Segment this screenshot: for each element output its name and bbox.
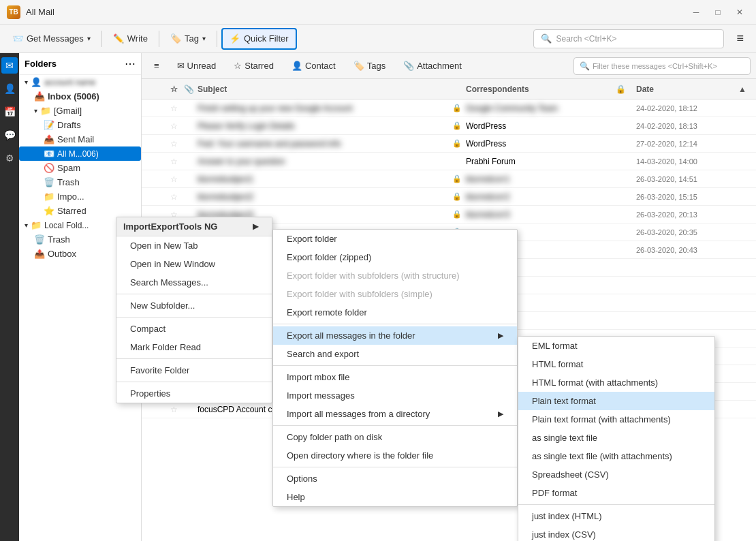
properties-item[interactable]: Properties bbox=[116, 384, 272, 403]
row-star[interactable]: ☆ bbox=[170, 104, 184, 113]
row-star[interactable]: ☆ bbox=[170, 139, 184, 149]
write-icon: ✏️ bbox=[113, 33, 124, 44]
attachment-icon: 📎 bbox=[403, 61, 414, 71]
mark-folder-read-item[interactable]: Mark Folder Read bbox=[116, 338, 272, 356]
row-star[interactable]: ☆ bbox=[170, 192, 184, 202]
starred-filter-button[interactable]: ☆ Starred bbox=[227, 57, 281, 76]
folder-item-sent[interactable]: 📤 Sent Mail bbox=[19, 132, 141, 146]
folder-item-inbox[interactable]: 📥 Inbox (5006) bbox=[19, 89, 141, 104]
search-export-item[interactable]: Search and export bbox=[273, 345, 517, 363]
tasks-icon-btn[interactable]: 💬 bbox=[1, 127, 18, 143]
col-sort-arrow: ▲ bbox=[738, 84, 752, 94]
favorite-folder-item[interactable]: Favorite Folder bbox=[116, 361, 272, 380]
get-messages-button[interactable]: 📨 Get Messages ▾ bbox=[5, 28, 97, 50]
export-all-messages-item[interactable]: Export all messages in the folder ▶ bbox=[273, 326, 517, 345]
chat-icon-btn[interactable]: ⚙ bbox=[1, 150, 18, 166]
compact-item[interactable]: Compact bbox=[116, 320, 272, 338]
contact-filter-button[interactable]: 👤 Contact bbox=[285, 57, 343, 76]
col-correspondent-header[interactable]: Correspondents bbox=[466, 84, 616, 94]
import-all-dir-item[interactable]: Import all messages from a directory ▶ bbox=[273, 405, 517, 423]
export-with-sub-simple-item: Export folder with subfolders (simple) bbox=[273, 285, 517, 303]
import-mbox-item[interactable]: Import mbox file bbox=[273, 368, 517, 386]
row-icon: 🔒 bbox=[452, 121, 466, 130]
just-index-csv-item[interactable]: just index (CSV) bbox=[518, 525, 714, 541]
row-correspondent: WordPress bbox=[466, 139, 616, 149]
open-new-window-item[interactable]: Open in New Window bbox=[116, 255, 272, 273]
import-all-dir-arrow-icon: ▶ bbox=[498, 409, 503, 418]
attachment-filter-button[interactable]: 📎 Attachment bbox=[396, 57, 469, 76]
row-star[interactable]: ☆ bbox=[170, 405, 184, 414]
context-menu-header: ImportExportTools NG ▶ bbox=[116, 217, 272, 236]
maximize-button[interactable]: □ bbox=[708, 3, 727, 22]
folder-item-spam[interactable]: 🚫 Spam bbox=[19, 161, 141, 175]
just-index-html-item[interactable]: just index (HTML) bbox=[518, 507, 714, 525]
open-dir-item[interactable]: Open directory where is the folder file bbox=[273, 446, 517, 465]
write-button[interactable]: ✏️ Write bbox=[106, 28, 155, 50]
thread-view-button[interactable]: ≡ bbox=[147, 57, 166, 76]
row-subject: blurredsubject2 bbox=[198, 192, 452, 202]
row-subject: Please Verify Login Details bbox=[198, 121, 452, 131]
tags-filter-button[interactable]: 🏷️ Tags bbox=[347, 57, 392, 76]
folder-item-starred[interactable]: ⭐ Starred bbox=[19, 204, 141, 218]
mail-icon-btn[interactable]: ✉ bbox=[1, 57, 18, 74]
message-row[interactable]: ☆ blurredsubject1 🔒 blurredcorr1 26-03-2… bbox=[142, 170, 756, 188]
html-format-item[interactable]: HTML format bbox=[518, 355, 714, 373]
close-button[interactable]: ✕ bbox=[730, 3, 749, 22]
row-icon: 🔒 bbox=[452, 139, 466, 148]
folder-item-important[interactable]: 📁 Impo... bbox=[19, 189, 141, 204]
message-row[interactable]: ☆ Please Verify Login Details 🔒 WordPres… bbox=[142, 117, 756, 135]
row-star[interactable]: ☆ bbox=[170, 174, 184, 184]
help-item[interactable]: Help bbox=[273, 488, 517, 506]
folder-item-trash-gmail[interactable]: 🗑️ Trash bbox=[19, 175, 141, 189]
contact-icon: 👤 bbox=[292, 61, 302, 71]
open-new-tab-item[interactable]: Open in New Tab bbox=[116, 236, 272, 255]
tag-button[interactable]: 🏷️ Tag ▾ bbox=[163, 28, 212, 50]
minimize-button[interactable]: ─ bbox=[687, 3, 706, 22]
export-folder-item[interactable]: Export folder bbox=[273, 230, 517, 248]
outbox-icon: 📤 bbox=[34, 249, 45, 259]
plain-text-attach-item[interactable]: Plain text format (with attachments) bbox=[518, 410, 714, 429]
single-text-attach-item[interactable]: as single text file (with attachments) bbox=[518, 447, 714, 465]
eml-format-item[interactable]: EML format bbox=[518, 337, 714, 355]
message-row[interactable]: ☆ Answer to your question Prabhi Forum 1… bbox=[142, 153, 756, 170]
folder-item-allmail[interactable]: 📧 All M...006) bbox=[19, 146, 141, 161]
address-icon-btn[interactable]: 👤 bbox=[1, 80, 18, 97]
row-star[interactable]: ☆ bbox=[170, 157, 184, 166]
row-subject: blurredsubject1 bbox=[198, 174, 452, 184]
html-with-attach-item[interactable]: HTML format (with attachments) bbox=[518, 373, 714, 392]
copy-folder-path-item[interactable]: Copy folder path on disk bbox=[273, 428, 517, 446]
options-item[interactable]: Options bbox=[273, 469, 517, 488]
search-bar[interactable]: 🔍 Search <Ctrl+K> bbox=[533, 29, 724, 48]
plain-text-item[interactable]: Plain text format bbox=[518, 392, 714, 410]
menu-separator bbox=[116, 294, 272, 294]
folder-item-drafts[interactable]: 📝 Drafts bbox=[19, 118, 141, 132]
row-icon: 🔒 bbox=[452, 210, 466, 219]
menu-button[interactable]: ≡ bbox=[729, 28, 751, 50]
export-remote-item[interactable]: Export remote folder bbox=[273, 303, 517, 322]
col-star-header: ☆ bbox=[170, 84, 184, 94]
unread-filter-button[interactable]: ✉ Unread bbox=[170, 57, 223, 76]
calendar-icon-btn[interactable]: 📅 bbox=[1, 104, 18, 120]
col-date-header[interactable]: Date bbox=[636, 84, 738, 94]
new-subfolder-item[interactable]: New Subfolder... bbox=[116, 296, 272, 315]
folder-item-account[interactable]: ▾ 👤 account name bbox=[19, 75, 141, 89]
pdf-item[interactable]: PDF format bbox=[518, 484, 714, 502]
message-row[interactable]: ☆ Finish setting up your new Google Acco… bbox=[142, 99, 756, 117]
folder-item-gmail[interactable]: ▾ 📁 [Gmail] bbox=[19, 104, 141, 118]
toolbar-separator-2 bbox=[159, 31, 159, 47]
single-text-item[interactable]: as single text file bbox=[518, 429, 714, 447]
row-star[interactable]: ☆ bbox=[170, 121, 184, 131]
message-row[interactable]: ☆ blurredsubject2 🔒 blurredcorr2 26-03-2… bbox=[142, 188, 756, 206]
message-row[interactable]: ☆ Fwd: Your username and password info 🔒… bbox=[142, 135, 756, 153]
col-subject-header[interactable]: Subject bbox=[198, 84, 452, 94]
folders-more-button[interactable]: ⋯ bbox=[125, 57, 136, 70]
export-folder-zipped-item[interactable]: Export folder (zipped) bbox=[273, 248, 517, 266]
row-date: 26-03-2020, 20:43 bbox=[636, 246, 738, 254]
trash-gmail-icon: 🗑️ bbox=[44, 177, 54, 187]
quick-filter-button[interactable]: ⚡ Quick Filter bbox=[221, 28, 297, 50]
folders-header: Folders ⋯ bbox=[19, 53, 141, 75]
filter-search[interactable]: 🔍 Filter these messages <Ctrl+Shift+K> bbox=[573, 57, 751, 75]
search-messages-item[interactable]: Search Messages... bbox=[116, 273, 272, 292]
import-messages-item[interactable]: Import messages bbox=[273, 386, 517, 405]
csv-item[interactable]: Spreadsheet (CSV) bbox=[518, 465, 714, 484]
